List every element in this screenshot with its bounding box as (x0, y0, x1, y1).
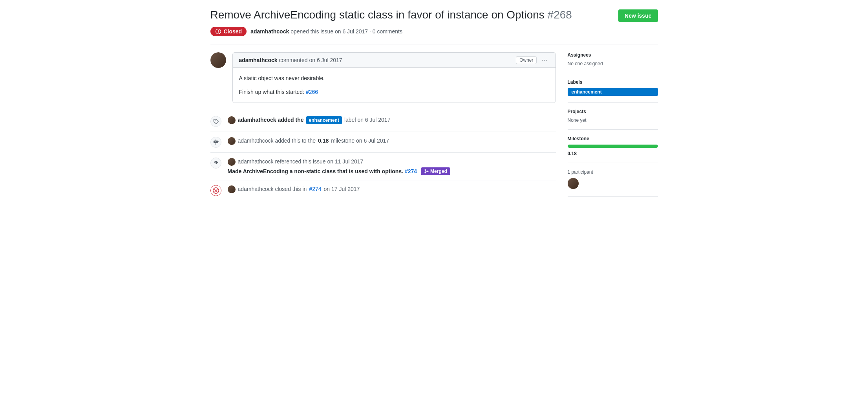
activity-milestone-text: adamhathcock added this to the 0.18 mile… (228, 137, 389, 145)
participants-count: 1 participant (568, 169, 658, 175)
ref-title: Made ArchiveEncoding a non-static class … (228, 167, 450, 175)
sidebar: Assignees No one assigned Labels enhance… (568, 52, 658, 201)
main-content: adamhathcock commented on 6 Jul 2017 Own… (210, 52, 556, 201)
commenter-avatar (210, 52, 226, 68)
activity-ref-content: adamhathcock referenced this issue on 11… (228, 158, 450, 175)
divider (210, 44, 658, 44)
milestone-label: Milestone (568, 136, 658, 141)
sidebar-projects: Projects None yet (568, 103, 658, 130)
activity-avatar-2 (228, 137, 236, 145)
comment-date: commented on 6 Jul 2017 (279, 57, 342, 63)
milestone-bar-container (568, 145, 658, 148)
issue-meta-row: Closed adamhathcock opened this issue on… (210, 27, 658, 36)
activity-label-added: adamhathcock added the enhancement label… (210, 111, 556, 132)
assignees-label: Assignees (568, 52, 658, 58)
comment-header-right: Owner ··· (516, 56, 549, 64)
sidebar-milestone: Milestone 0.18 (568, 130, 658, 163)
issue-meta-text: adamhathcock opened this issue on 6 Jul … (250, 28, 402, 35)
comment-more-button[interactable]: ··· (540, 56, 549, 64)
reference-icon (210, 158, 221, 169)
participant-avatar (568, 178, 579, 189)
activity-closed: adamhathcock closed this in #274 on 17 J… (210, 180, 556, 201)
comment-author: adamhathcock (239, 57, 278, 63)
activity-avatar-1 (228, 116, 236, 124)
comment-box: adamhathcock commented on 6 Jul 2017 Own… (210, 52, 556, 103)
milestone-name: 0.18 (568, 151, 658, 156)
closed-badge: Closed (210, 27, 247, 36)
comment-issue-link[interactable]: #266 (306, 89, 318, 95)
assignees-value: No one assigned (568, 61, 658, 66)
labels-label: Labels (568, 79, 658, 85)
milestone-bar (568, 145, 658, 148)
owner-badge: Owner (516, 56, 537, 64)
closed-activity-icon (210, 185, 221, 196)
new-issue-button[interactable]: New issue (618, 9, 658, 22)
milestone-icon (210, 137, 221, 148)
comment-body: A static object was never desirable. Fin… (233, 68, 556, 103)
activity-closed-text: adamhathcock closed this in #274 on 17 J… (228, 185, 360, 193)
issue-title: Remove ArchiveEncoding static class in f… (210, 8, 572, 22)
issue-number: #268 (548, 9, 572, 21)
activity-milestone-added: adamhathcock added this to the 0.18 mile… (210, 132, 556, 152)
comment-header: adamhathcock commented on 6 Jul 2017 Own… (233, 53, 556, 68)
sidebar-participants: 1 participant (568, 163, 658, 197)
closed-icon (215, 28, 221, 35)
ref-link[interactable]: #274 (405, 168, 417, 174)
enhancement-label-sidebar: enhancement (568, 88, 658, 96)
projects-value: None yet (568, 117, 658, 123)
sidebar-assignees: Assignees No one assigned (568, 52, 658, 73)
activity-avatar-4 (228, 185, 236, 193)
activity-label-text: adamhathcock added the enhancement label… (228, 116, 391, 124)
closed-link[interactable]: #274 (309, 185, 321, 193)
comment-content: adamhathcock commented on 6 Jul 2017 Own… (232, 52, 556, 103)
enhancement-label-activity: enhancement (306, 116, 342, 124)
activity-reference: adamhathcock referenced this issue on 11… (210, 152, 556, 180)
merged-badge: Merged (421, 167, 450, 175)
projects-label: Projects (568, 109, 658, 114)
label-icon (210, 116, 221, 127)
sidebar-labels: Labels enhancement (568, 73, 658, 103)
activity-avatar-3 (228, 158, 236, 166)
